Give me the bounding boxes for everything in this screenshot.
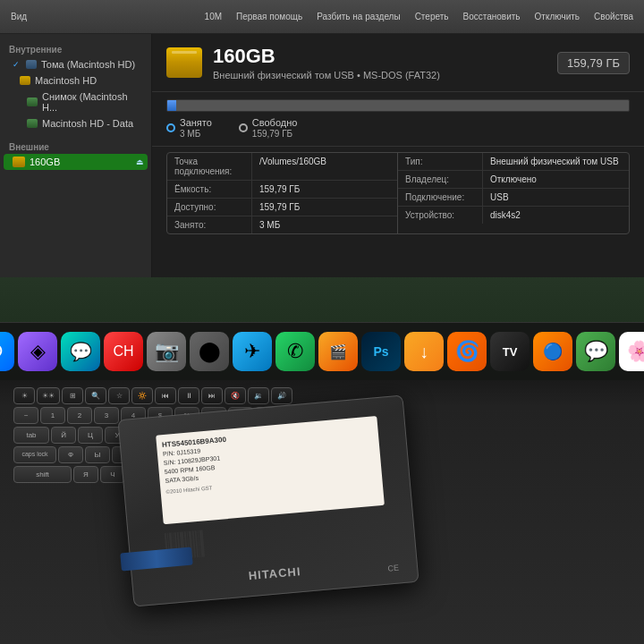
info-value-used: 3 МБ	[252, 216, 397, 233]
sidebar-data-label: Macintosh HD - Data	[42, 118, 133, 129]
dock-icon-ps[interactable]: Ps	[361, 332, 401, 371]
desk-area: ☀ ☀☀ ⊞ 🔍 ☆ 🔆 ⏮ ⏸ ⏭ 🔇 🔉 🔊 ~ 1 2 3 4 $ % :…	[0, 380, 644, 644]
sidebar-item-data[interactable]: Macintosh HD - Data	[0, 115, 151, 131]
dock-icon-whatsapp[interactable]: ✆	[275, 332, 315, 371]
key-f3[interactable]: ⊞	[62, 387, 83, 404]
key-f10[interactable]: 🔇	[225, 387, 246, 404]
main-panel: 160GB Внешний физический том USB • MS-DO…	[152, 34, 644, 277]
info-row-3: Занято: 3 МБ	[167, 216, 397, 233]
partition-button[interactable]: Разбить на разделы	[313, 10, 403, 23]
dock-icon-record[interactable]: ⬤	[190, 332, 229, 371]
dock-icon-2[interactable]: ⦿	[0, 332, 14, 371]
erase-button[interactable]: Стереть	[411, 10, 453, 23]
sidebar-item-macintosh-hd[interactable]: Macintosh HD	[0, 72, 151, 89]
drive-name: 160GB	[213, 45, 440, 68]
dock-icon-5[interactable]: CH	[104, 332, 143, 371]
key-f2[interactable]: ☀☀	[37, 387, 60, 404]
sidebar-item-label: Тома (Macintosh HD)	[41, 59, 135, 70]
key-f4[interactable]: 🔍	[85, 387, 106, 404]
free-capacity: Свободно 159,79 ГБ	[239, 117, 298, 139]
properties-button[interactable]: Свойства	[590, 10, 637, 23]
info-row-1: Ёмкость: 159,79 ГБ	[167, 181, 397, 199]
key-caps[interactable]: caps lock	[13, 446, 56, 463]
info-label-type: Тип:	[398, 153, 483, 170]
restore-button[interactable]: Восстановить	[459, 10, 523, 23]
info-label-used: Занято:	[167, 216, 252, 233]
disk-utility-window: Вид 10M Первая помощь Разбить на разделы…	[0, 0, 644, 277]
info-table: Точка подключения: /Volumes/160GB Ёмкост…	[166, 152, 630, 234]
key-tab[interactable]: tab	[13, 427, 49, 444]
used-amount: 3 МБ	[180, 129, 212, 139]
sidebar-item-macintosh-hd-label: Macintosh HD	[35, 75, 97, 86]
free-dot	[239, 123, 248, 132]
drive-info: 160GB Внешний физический том USB • MS-DO…	[213, 45, 440, 80]
key-3[interactable]: 3	[94, 407, 119, 424]
key-f11[interactable]: 🔉	[248, 387, 269, 404]
disk-icon	[26, 60, 37, 69]
key-q[interactable]: Й	[51, 427, 76, 444]
sidebar-item-toma[interactable]: ✓ Тома (Macintosh HD)	[0, 56, 151, 72]
first-aid-button[interactable]: Первая помощь	[233, 10, 306, 23]
hdd-brand-label: HITACHI	[248, 564, 301, 582]
dock-icon-3[interactable]: ◈	[18, 332, 57, 371]
external-section-label: Внешние	[0, 139, 151, 154]
drive-icon-large	[166, 47, 202, 78]
key-2[interactable]: 2	[67, 407, 92, 424]
dock-icon-camera[interactable]: 📷	[147, 332, 186, 371]
disk-icon-160gb	[13, 157, 25, 167]
key-f7[interactable]: ⏮	[155, 387, 176, 404]
info-row-0: Точка подключения: /Volumes/160GB	[167, 153, 397, 181]
sidebar-snapshot-label: Снимок (Macintosh H...	[42, 91, 144, 113]
key-f1[interactable]: ☀	[13, 387, 35, 404]
capacity-section: Занято 3 МБ Свободно 159,79 ГБ	[152, 92, 644, 147]
sidebar-item-snapshot[interactable]: Снимок (Macintosh H...	[0, 89, 151, 115]
info-label-mount: Точка подключения:	[167, 153, 252, 180]
dock-icon-telegram[interactable]: ✈	[233, 332, 272, 371]
toolbar: Вид 10M Первая помощь Разбить на разделы…	[0, 0, 644, 34]
key-w[interactable]: Ц	[78, 427, 103, 444]
info-row-type: Тип: Внешний физический том USB	[398, 153, 629, 171]
key-a[interactable]: Ф	[58, 446, 83, 463]
eject-icon[interactable]: ⏏	[136, 157, 144, 166]
key-tilde[interactable]: ~	[13, 407, 38, 424]
key-f9[interactable]: ⏭	[201, 387, 223, 404]
sidebar-160gb-label: 160GB	[30, 157, 60, 167]
info-label-connection: Подключение:	[398, 189, 483, 206]
dock-icon-film[interactable]: 🎬	[318, 332, 358, 371]
internal-section-label: Внутренние	[0, 41, 151, 56]
dock-icon-tv[interactable]: TV	[490, 332, 530, 371]
drive-header: 160GB Внешний физический том USB • MS-DO…	[152, 34, 644, 92]
key-z[interactable]: Я	[73, 466, 98, 483]
dock-icon-messages[interactable]: 💬	[576, 332, 615, 371]
key-1[interactable]: 1	[40, 407, 65, 424]
info-value-type: Внешний физический том USB	[483, 153, 629, 170]
key-s[interactable]: Ы	[85, 446, 110, 463]
unmount-button[interactable]: Отключить	[531, 10, 584, 23]
ce-mark: CE	[387, 564, 399, 573]
check-icon: ✓	[13, 60, 20, 69]
view-button[interactable]: Вид	[7, 10, 30, 23]
sidebar: Внутренние ✓ Тома (Macintosh HD) Macinto…	[0, 34, 152, 277]
key-f5[interactable]: ☆	[108, 387, 130, 404]
key-f6[interactable]: 🔆	[131, 387, 153, 404]
dock: 🎭 ⦿ ◈ 💬 CH 📷 ⬤ ✈ ✆ 🎬 Ps ↓ 🌀 TV 🔵 💬 🌸 ⋯	[0, 322, 644, 380]
used-dot	[166, 123, 175, 132]
info-value-mount: /Volumes/160GB	[252, 153, 397, 180]
info-value-device: disk4s2	[483, 207, 629, 224]
key-shift-l[interactable]: shift	[13, 466, 72, 483]
disk-icon-data	[27, 119, 38, 128]
info-value-capacity: 159,79 ГБ	[252, 181, 397, 198]
dock-icon-spiral[interactable]: 🌀	[447, 332, 487, 371]
disk-icon-snapshot	[27, 97, 38, 106]
capacity-used	[167, 100, 176, 111]
dock-icon-photos[interactable]: 🌸	[619, 332, 644, 371]
key-f12[interactable]: 🔊	[271, 387, 292, 404]
info-label-available: Доступно:	[167, 199, 252, 216]
dock-icon-down[interactable]: ↓	[404, 332, 444, 371]
info-value-connection: USB	[483, 189, 629, 206]
sidebar-item-160gb[interactable]: 160GB ⏏	[4, 154, 148, 170]
key-f8[interactable]: ⏸	[178, 387, 199, 404]
dock-icon-4[interactable]: 💬	[61, 332, 100, 371]
dock-icon-vlc[interactable]: 🔵	[533, 332, 572, 371]
info-value-available: 159,79 ГБ	[252, 199, 397, 216]
